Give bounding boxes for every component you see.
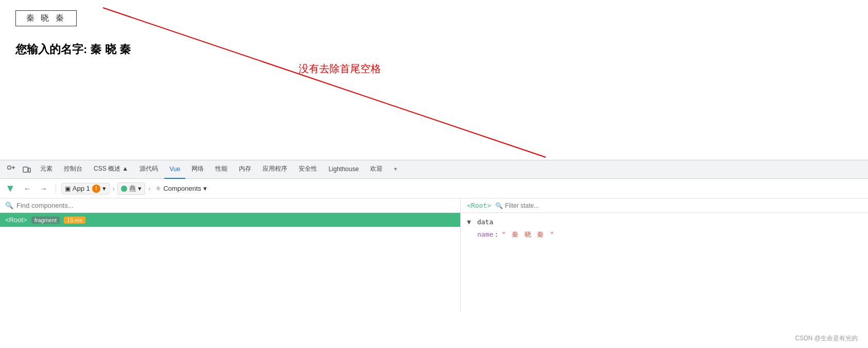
- filter-search: 🔍: [495, 202, 582, 209]
- right-panel: <Root> 🔍 ▼ data name : " 秦: [461, 198, 868, 312]
- tab-vue[interactable]: Vue: [164, 160, 185, 179]
- app-label: App 1: [73, 185, 90, 192]
- breadcrumb-arrow-2: ›: [148, 186, 150, 192]
- components-selector[interactable]: ✳ Components ▾: [153, 184, 209, 193]
- filter-state-input[interactable]: [505, 202, 582, 209]
- toolbar-divider-1: [56, 184, 56, 194]
- breadcrumb-arrow-1: ›: [113, 186, 115, 192]
- right-content: ▼ data name : " 秦 晓 秦 ": [461, 213, 868, 244]
- output-text: 您输入的名字: 秦 晓 秦: [15, 42, 853, 57]
- svg-line-0: [103, 8, 546, 157]
- components-dropdown-icon: ▾: [203, 185, 207, 192]
- page-selector[interactable]: 燕 ▾: [117, 183, 145, 195]
- prop-name-label: name: [477, 230, 493, 238]
- data-key-label: data: [477, 218, 493, 226]
- tab-css[interactable]: CSS 概述 ▲: [89, 160, 133, 179]
- tab-security[interactable]: 安全性: [293, 160, 322, 179]
- tab-elements[interactable]: 元素: [35, 160, 58, 179]
- red-arrow-line: [0, 0, 868, 160]
- green-dot-icon: [121, 186, 127, 192]
- prop-value: " 秦 晓 秦 ": [501, 230, 555, 239]
- search-icon: 🔍: [5, 202, 13, 209]
- data-section: ▼ data: [467, 218, 862, 226]
- page-label: 燕: [129, 184, 136, 193]
- svg-rect-3: [28, 168, 30, 172]
- app-dropdown-icon: ▾: [102, 185, 106, 192]
- fragment-badge: fragment: [31, 217, 60, 224]
- app-icon: ▣: [65, 185, 71, 192]
- components-icon: ✳: [155, 185, 161, 192]
- page-area: 秦 晓 秦 您输入的名字: 秦 晓 秦 没有去除首尾空格: [0, 0, 868, 312]
- devtools-tab-bar: 元素 控制台 CSS 概述 ▲ 源代码 Vue 网络 性能 内存 应用程序 安全…: [0, 160, 868, 179]
- annotation-text: 没有去除首尾空格: [299, 62, 381, 76]
- app-selector[interactable]: ▣ App 1 ! ▾: [61, 183, 110, 194]
- vue-logo-icon: ▼: [5, 183, 15, 194]
- component-row[interactable]: <Root> fragment 15 ms: [0, 213, 460, 227]
- vue-toolbar: ▼ ← → ▣ App 1 ! ▾ › 燕 ▾ › ✳ Componen: [0, 179, 868, 198]
- svg-rect-2: [23, 167, 28, 172]
- tab-welcome[interactable]: 欢迎: [365, 160, 388, 179]
- tab-console[interactable]: 控制台: [59, 160, 88, 179]
- prop-colon: :: [494, 230, 498, 238]
- expand-icon[interactable]: ▼: [467, 218, 471, 226]
- back-button[interactable]: ←: [21, 182, 34, 195]
- search-bar: 🔍: [0, 198, 460, 213]
- forward-button[interactable]: →: [37, 182, 50, 195]
- watermark: CSDN @生命是有光的: [795, 334, 858, 343]
- tab-add[interactable]: +: [389, 160, 403, 179]
- time-badge: 15 ms: [64, 217, 85, 224]
- component-search-input[interactable]: [16, 202, 455, 209]
- tab-sources[interactable]: 源代码: [134, 160, 163, 179]
- tab-network[interactable]: 网络: [186, 160, 209, 179]
- browser-content: 秦 晓 秦 您输入的名字: 秦 晓 秦 没有去除首尾空格: [0, 0, 868, 160]
- devtools-body: 🔍 <Root> fragment 15 ms <Root> 🔍: [0, 198, 868, 312]
- left-panel: 🔍 <Root> fragment 15 ms: [0, 198, 461, 312]
- app-alert-badge: !: [92, 185, 100, 193]
- input-display: 秦 晓 秦: [15, 10, 77, 26]
- device-icon[interactable]: [20, 162, 34, 177]
- right-header: <Root> 🔍: [461, 198, 868, 213]
- tab-performance[interactable]: 性能: [210, 160, 233, 179]
- data-row-name: name : " 秦 晓 秦 ": [467, 230, 862, 239]
- tab-application[interactable]: 应用程序: [257, 160, 292, 179]
- page-dropdown-icon: ▾: [138, 185, 142, 192]
- root-tag-label: <Root>: [467, 202, 491, 209]
- devtools-panel: 元素 控制台 CSS 概述 ▲ 源代码 Vue 网络 性能 内存 应用程序 安全…: [0, 160, 868, 312]
- tab-lighthouse[interactable]: Lighthouse: [323, 160, 364, 179]
- root-component-tag: <Root>: [5, 216, 27, 224]
- filter-search-icon: 🔍: [495, 202, 503, 209]
- tab-memory[interactable]: 内存: [234, 160, 256, 179]
- inspect-icon[interactable]: [4, 162, 19, 177]
- svg-rect-1: [8, 166, 11, 169]
- components-label-text: Components: [163, 185, 201, 192]
